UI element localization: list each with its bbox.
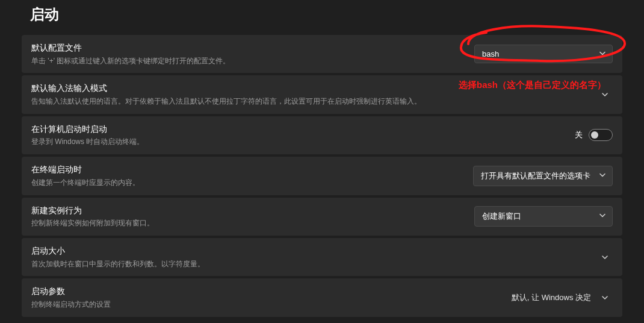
chevron-down-icon [597,91,613,98]
row-text: 默认配置文件 单击 '+' 图标或通过键入新的选项卡键绑定时打开的配置文件。 [31,42,465,66]
row-text: 在计算机启动时启动 登录到 Windows 时自动启动终端。 [31,124,565,147]
chevron-down-icon [597,294,613,301]
toggle-knob [591,131,598,139]
chevron-down-icon [599,49,606,58]
row-text: 新建实例行为 控制新终端实例如何附加到现有窗口。 [31,205,465,228]
row-right: 打开具有默认配置文件的选项卡 [473,166,613,186]
row-label: 默认配置文件 [31,42,465,54]
row-label: 启动参数 [31,286,502,298]
launch-params-value: 默认, 让 Windows 决定 [512,292,591,303]
row-right: 默认, 让 Windows 决定 [512,292,613,303]
row-label: 启动大小 [31,245,587,257]
dropdown-value: 创建新窗口 [482,211,521,222]
row-right: 创建新窗口 [474,206,613,227]
row-launch-size[interactable]: 启动大小 首次加载时在窗口中显示的行数和列数。以字符度量。 [22,238,622,276]
row-desc: 告知输入法默认使用的语言。对于依赖于输入法且默认不使用拉丁字符的语言，此设置可用… [31,96,587,107]
row-right [597,254,613,261]
row-text: 启动大小 首次加载时在窗口中显示的行数和列数。以字符度量。 [31,245,587,269]
dropdown-value: 打开具有默认配置文件的选项卡 [481,171,590,181]
row-label: 在计算机启动时启动 [31,124,565,136]
chevron-down-icon [599,212,606,221]
row-label: 在终端启动时 [31,164,463,176]
row-text: 启动参数 控制终端启动方式的设置 [31,286,502,309]
row-new-instance: 新建实例行为 控制新终端实例如何附加到现有窗口。 创建新窗口 [22,198,622,236]
row-desc: 登录到 Windows 时自动启动终端。 [31,137,565,147]
row-desc: 首次加载时在窗口中显示的行数和列数。以字符度量。 [31,259,587,269]
row-right: 关 [575,129,613,141]
row-right: bash [474,45,613,63]
on-terminal-start-dropdown[interactable]: 打开具有默认配置文件的选项卡 [473,166,613,186]
settings-list: 默认配置文件 单击 '+' 图标或通过键入新的选项卡键绑定时打开的配置文件。 b… [0,35,644,317]
toggle-label: 关 [575,130,583,140]
row-label: 新建实例行为 [31,205,465,217]
row-launch-on-machine-start: 在计算机启动时启动 登录到 Windows 时自动启动终端。 关 [22,116,622,154]
chevron-down-icon [597,254,613,261]
chevron-down-icon [599,171,606,180]
row-default-profile: 默认配置文件 单击 '+' 图标或通过键入新的选项卡键绑定时打开的配置文件。 b… [22,35,622,73]
launch-on-start-toggle[interactable] [589,129,613,141]
default-profile-dropdown[interactable]: bash [474,45,613,63]
annotation-text: 选择bash（这个是自己定义的名字） [459,80,606,91]
row-launch-params[interactable]: 启动参数 控制终端启动方式的设置 默认, 让 Windows 决定 [22,278,622,316]
row-on-terminal-start: 在终端启动时 创建第一个终端时应显示的内容。 打开具有默认配置文件的选项卡 [22,157,622,195]
row-text: 在终端启动时 创建第一个终端时应显示的内容。 [31,164,463,187]
row-desc: 单击 '+' 图标或通过键入新的选项卡键绑定时打开的配置文件。 [31,56,465,66]
new-instance-dropdown[interactable]: 创建新窗口 [474,206,613,227]
row-desc: 控制新终端实例如何附加到现有窗口。 [31,218,465,228]
row-right [597,91,613,98]
dropdown-value: bash [482,49,499,58]
row-desc: 控制终端启动方式的设置 [31,299,502,310]
page-title: 启动 [0,0,644,35]
row-desc: 创建第一个终端时应显示的内容。 [31,178,463,188]
